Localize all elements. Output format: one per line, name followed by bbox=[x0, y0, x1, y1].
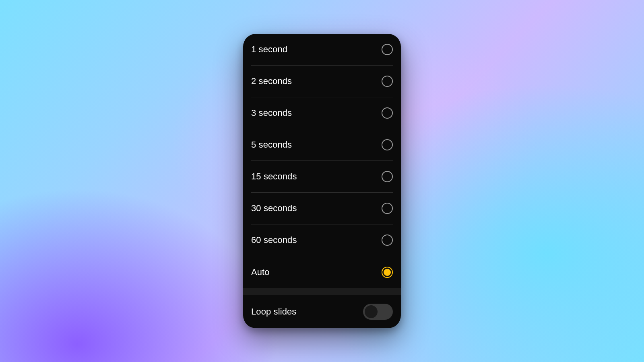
radio-icon bbox=[382, 107, 393, 119]
option-label: 2 seconds bbox=[251, 76, 292, 86]
option-label: 3 seconds bbox=[251, 108, 292, 118]
option-5-seconds[interactable]: 5 seconds bbox=[251, 129, 393, 161]
section-divider bbox=[243, 288, 401, 295]
radio-icon bbox=[382, 267, 393, 278]
option-60-seconds[interactable]: 60 seconds bbox=[251, 224, 393, 256]
option-2-seconds[interactable]: 2 seconds bbox=[251, 66, 393, 97]
radio-icon bbox=[382, 44, 393, 55]
option-1-second[interactable]: 1 second bbox=[251, 34, 393, 66]
option-label: 5 seconds bbox=[251, 140, 292, 150]
option-label: Auto bbox=[251, 267, 270, 278]
option-3-seconds[interactable]: 3 seconds bbox=[251, 97, 393, 129]
settings-panel: 1 second 2 seconds 3 seconds 5 seconds 1… bbox=[243, 34, 401, 328]
option-30-seconds[interactable]: 30 seconds bbox=[251, 193, 393, 224]
option-label: 30 seconds bbox=[251, 203, 297, 214]
radio-icon bbox=[382, 234, 393, 246]
radio-icon bbox=[382, 171, 393, 182]
loop-label: Loop slides bbox=[251, 306, 296, 317]
loop-toggle[interactable] bbox=[363, 304, 393, 320]
radio-icon bbox=[382, 76, 393, 87]
loop-slides-row: Loop slides bbox=[251, 295, 393, 328]
option-auto[interactable]: Auto bbox=[251, 256, 393, 288]
option-label: 1 second bbox=[251, 44, 287, 55]
radio-icon bbox=[382, 139, 393, 150]
option-15-seconds[interactable]: 15 seconds bbox=[251, 161, 393, 193]
toggle-knob-icon bbox=[365, 305, 378, 318]
option-label: 60 seconds bbox=[251, 235, 297, 245]
option-label: 15 seconds bbox=[251, 171, 297, 182]
radio-icon bbox=[382, 203, 393, 214]
duration-option-list: 1 second 2 seconds 3 seconds 5 seconds 1… bbox=[243, 34, 401, 288]
footer-section: Loop slides bbox=[243, 295, 401, 328]
